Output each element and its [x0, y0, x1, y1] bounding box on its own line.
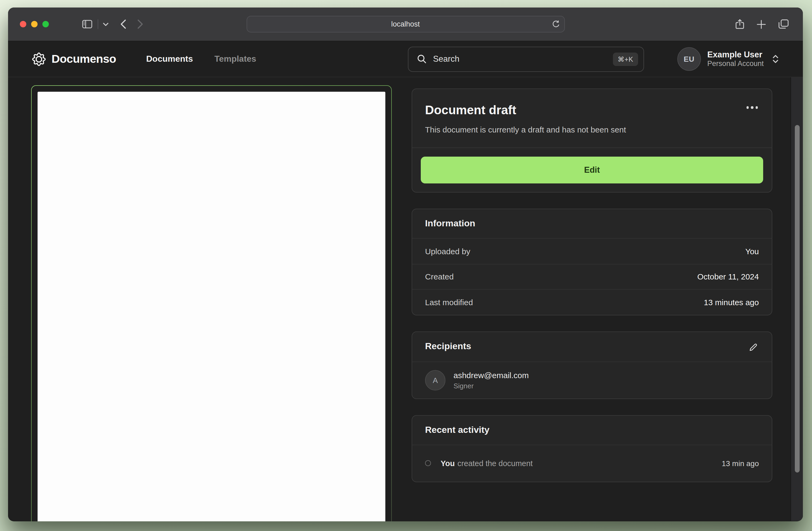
refresh-icon[interactable] — [552, 20, 559, 28]
info-row-last-modified: Last modified 13 minutes ago — [412, 289, 772, 314]
info-value: 13 minutes ago — [704, 298, 759, 307]
more-options-icon[interactable] — [744, 104, 760, 111]
user-account-type: Personal Account — [707, 60, 764, 69]
documenso-app: Documenso Documents Templates Search ⌘+K — [8, 41, 803, 521]
new-tab-icon[interactable] — [757, 19, 766, 29]
recipient-email: ashdrew@email.com — [453, 370, 529, 380]
draft-title: Document draft — [425, 103, 759, 117]
address-bar-url: localhost — [391, 20, 420, 28]
information-card: Information Uploaded by You Created Octo… — [412, 209, 772, 315]
document-preview-frame — [31, 85, 392, 521]
info-value: You — [745, 247, 759, 256]
search-icon — [417, 54, 427, 64]
scrollbar-thumb[interactable] — [795, 125, 800, 473]
search-placeholder: Search — [433, 54, 613, 64]
brand-wordmark: Documenso — [52, 52, 116, 66]
recipient-texts: ashdrew@email.com Signer — [453, 370, 529, 390]
tabs-overview-icon[interactable] — [778, 19, 789, 29]
info-label: Last modified — [425, 298, 473, 307]
activity-action: created the document — [458, 459, 533, 468]
information-card-header: Information — [412, 209, 772, 238]
activity-bullet-icon — [425, 460, 431, 466]
recipient-avatar: A — [425, 370, 446, 390]
brand[interactable]: Documenso — [32, 52, 116, 66]
nav-item-templates[interactable]: Templates — [214, 54, 256, 64]
search-input[interactable]: Search ⌘+K — [408, 46, 644, 72]
browser-window: localhost — [8, 8, 803, 521]
info-row-uploaded-by: Uploaded by You — [412, 238, 772, 264]
information-title: Information — [425, 218, 475, 229]
activity-card-header: Recent activity — [412, 415, 772, 444]
activity-timestamp: 13 min ago — [722, 459, 759, 468]
recipients-card-header: Recipients — [412, 332, 772, 361]
history-navigation — [120, 19, 143, 29]
document-draft-card: Document draft This document is currentl… — [412, 89, 772, 193]
activity-list-item: Youcreated the document 13 min ago — [412, 444, 772, 482]
user-name: Example User — [707, 49, 764, 60]
app-header: Documenso Documents Templates Search ⌘+K — [8, 41, 803, 77]
scrollbar-track[interactable] — [791, 77, 803, 521]
recent-activity-card: Recent activity Youcreated the document … — [412, 415, 772, 482]
zoom-window-button[interactable] — [42, 21, 49, 27]
edit-recipients-pencil-icon[interactable] — [748, 341, 759, 352]
activity-text: Youcreated the document — [440, 459, 533, 468]
main-nav: Documents Templates — [146, 54, 256, 64]
activity-title: Recent activity — [425, 425, 490, 435]
draft-card-actions: Edit — [412, 148, 772, 192]
draft-description: This document is currently a draft and h… — [425, 125, 759, 134]
search-shortcut-badge: ⌘+K — [613, 52, 638, 66]
user-avatar: EU — [677, 47, 701, 71]
sidebar-controls — [82, 19, 108, 29]
forward-icon[interactable] — [137, 19, 143, 29]
toolbar-right-actions — [735, 19, 789, 29]
user-menu[interactable]: EU Example User Personal Account — [677, 47, 779, 71]
document-side-panel: Document draft This document is currentl… — [412, 85, 772, 521]
sidebar-chevron-down-icon[interactable] — [103, 22, 108, 26]
activity-actor: You — [440, 459, 455, 468]
info-row-created: Created October 11, 2024 — [412, 264, 772, 289]
sidebar-toggle-icon[interactable] — [82, 20, 92, 28]
close-window-button[interactable] — [20, 21, 26, 27]
recipients-title: Recipients — [425, 341, 471, 352]
edit-button[interactable]: Edit — [421, 157, 763, 183]
document-page[interactable] — [38, 92, 385, 521]
minimize-window-button[interactable] — [31, 21, 38, 27]
chevrons-up-down-icon — [772, 54, 779, 64]
nav-item-documents[interactable]: Documents — [146, 54, 193, 64]
window-controls — [20, 21, 49, 27]
draft-card-header: Document draft This document is currentl… — [412, 89, 772, 148]
info-label: Uploaded by — [425, 247, 470, 256]
user-texts: Example User Personal Account — [707, 49, 764, 69]
desktop-background: localhost — [0, 0, 812, 531]
info-value: October 11, 2024 — [697, 272, 759, 281]
documenso-logo-icon — [32, 52, 46, 66]
recipients-card: Recipients A ashdrew@email.com — [412, 331, 772, 399]
back-icon[interactable] — [120, 19, 126, 29]
share-icon[interactable] — [735, 19, 744, 29]
info-label: Created — [425, 272, 454, 281]
recipient-list-item[interactable]: A ashdrew@email.com Signer — [412, 361, 772, 398]
recipient-role: Signer — [453, 382, 529, 390]
toolbar-divider — [98, 19, 98, 29]
address-bar[interactable]: localhost — [246, 16, 565, 32]
app-body: Document draft This document is currentl… — [8, 77, 803, 521]
browser-toolbar: localhost — [8, 8, 803, 41]
